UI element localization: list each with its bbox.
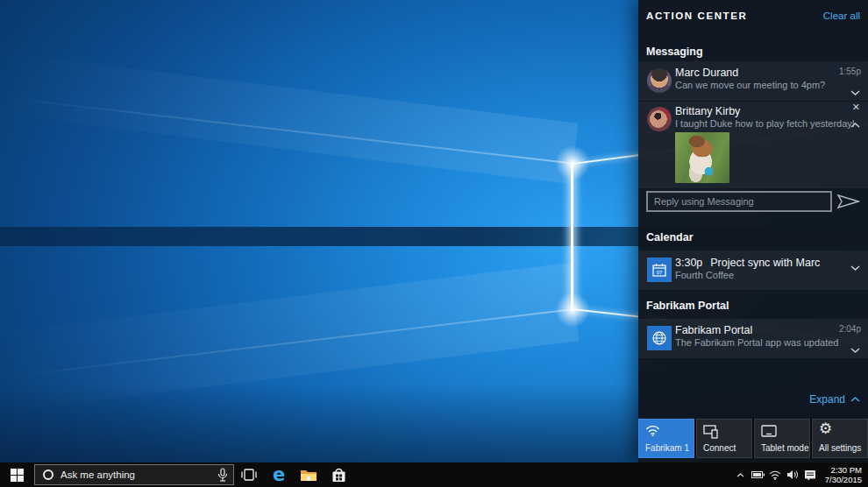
windows-logo-icon <box>11 469 24 482</box>
clock-time: 2:30 PM <box>819 465 862 475</box>
notification-brittany-kirby[interactable]: Brittany Kirby I taught Duke how to play… <box>638 102 868 188</box>
edge-button[interactable]: e <box>264 462 294 487</box>
search-placeholder: Ask me anything <box>60 469 135 480</box>
action-center-header: ACTION CENTER Clear all <box>646 11 860 21</box>
volume-tray-icon[interactable] <box>784 462 801 487</box>
glow <box>555 145 590 180</box>
action-center-panel: ACTION CENTER Clear all Messaging Marc D… <box>638 0 868 462</box>
messaging-section-header: Messaging <box>646 46 703 58</box>
action-center-title: ACTION CENTER <box>646 11 747 21</box>
taskbar: Ask me anything e <box>0 462 868 487</box>
notification-fabrikam-portal[interactable]: Fabrikam Portal The Fabrikam Portal app … <box>638 319 868 358</box>
show-hidden-icons-button[interactable] <box>731 462 749 487</box>
reply-row <box>638 191 868 214</box>
notification-title: Fabrikam Portal <box>675 324 752 336</box>
window-logo-edge <box>571 162 573 311</box>
chevron-up-icon <box>736 473 744 477</box>
quick-action-tablet-mode[interactable]: Tablet mode <box>754 419 810 458</box>
globe-icon <box>647 326 672 350</box>
quick-action-all-settings[interactable]: ⚙ All settings <box>812 419 868 458</box>
cortana-search-box[interactable]: Ask me anything <box>34 464 234 485</box>
chevron-up-icon <box>850 397 860 402</box>
settings-gear-icon: ⚙ <box>819 420 832 437</box>
notification-calendar-event[interactable]: 07 3:30pProject sync with Marc Fourth Co… <box>638 251 868 290</box>
avatar <box>647 107 672 131</box>
clear-all-link[interactable]: Clear all <box>823 11 860 21</box>
event-time: 3:30p <box>675 257 702 269</box>
expand-label: Expand <box>809 393 845 406</box>
quick-actions: Fabrikam 1 Connect Table <box>638 419 868 458</box>
event-title: Project sync with Marc <box>710 257 820 269</box>
task-view-icon <box>241 469 257 481</box>
calendar-icon-day: 07 <box>657 270 663 275</box>
chevron-down-icon[interactable] <box>850 348 860 353</box>
taskbar-clock[interactable]: 2:30 PM 7/30/2015 <box>819 465 868 484</box>
store-icon <box>331 467 346 483</box>
cortana-icon <box>43 469 53 480</box>
task-view-button[interactable] <box>234 462 264 487</box>
system-tray: 2:30 PM 7/30/2015 <box>731 462 868 487</box>
start-button[interactable] <box>0 462 33 487</box>
screen: ACTION CENTER Clear all Messaging Marc D… <box>0 0 868 487</box>
calendar-section-header: Calendar <box>646 231 694 244</box>
tablet-mode-icon <box>761 425 777 437</box>
folder-icon <box>300 468 317 482</box>
event-title-line: 3:30pProject sync with Marc <box>675 257 820 269</box>
connect-icon <box>703 425 719 439</box>
microphone-icon[interactable] <box>217 468 228 483</box>
reply-input[interactable] <box>646 191 832 212</box>
notification-sender: Brittany Kirby <box>675 105 740 117</box>
wifi-tray-icon[interactable] <box>766 462 784 487</box>
quick-action-connect[interactable]: Connect <box>696 419 752 458</box>
notification-time: 1:55p <box>839 67 861 76</box>
expand-link[interactable]: Expand <box>809 393 860 406</box>
wifi-icon <box>645 425 660 436</box>
quick-action-label: All settings <box>819 443 861 453</box>
action-center-tray-icon[interactable] <box>801 462 819 487</box>
battery-tray-icon[interactable] <box>749 462 766 487</box>
chevron-up-icon[interactable] <box>850 123 860 128</box>
notification-marc-durand[interactable]: Marc Durand Can we move our meeting to 4… <box>638 61 868 101</box>
quick-action-label: Tablet mode <box>761 443 808 453</box>
fabrikam-section-header: Fabrikam Portal <box>646 300 729 312</box>
notification-sender: Marc Durand <box>675 67 738 79</box>
attached-photo-dog[interactable] <box>675 132 729 183</box>
notification-time: 2:04p <box>839 324 861 334</box>
notification-message: I taught Duke how to play fetch yesterda… <box>675 118 855 129</box>
chevron-down-icon[interactable] <box>850 265 860 271</box>
quick-action-label: Fabrikam 1 <box>645 443 689 453</box>
glow <box>555 293 590 328</box>
event-location: Fourth Coffee <box>675 270 734 280</box>
store-button[interactable] <box>324 462 353 487</box>
calendar-icon: 07 <box>647 258 672 282</box>
clock-date: 7/30/2015 <box>819 475 862 484</box>
avatar <box>647 68 672 93</box>
file-explorer-button[interactable] <box>294 462 324 487</box>
light-beam <box>0 53 578 184</box>
notification-message: The Fabrikam Portal app was updated <box>675 337 839 348</box>
send-icon[interactable] <box>836 194 860 209</box>
notification-message: Can we move our meeting to 4pm? <box>675 80 825 90</box>
quick-action-label: Connect <box>703 443 736 453</box>
quick-action-wifi[interactable]: Fabrikam 1 <box>638 419 694 458</box>
chevron-down-icon[interactable] <box>850 90 860 95</box>
